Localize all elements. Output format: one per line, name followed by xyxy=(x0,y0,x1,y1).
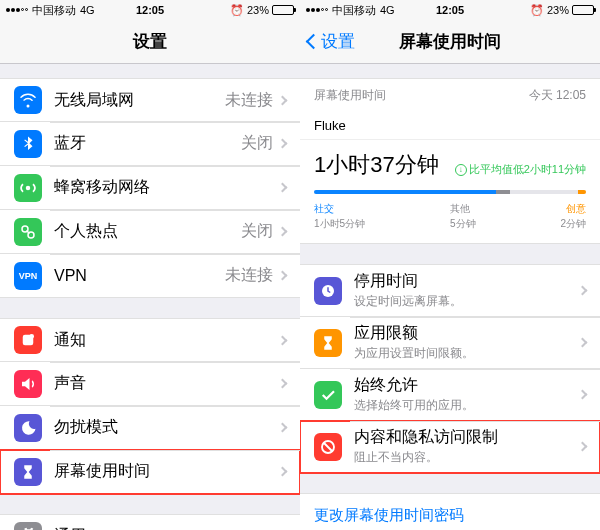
notifications-icon xyxy=(14,326,42,354)
row-vpn[interactable]: VPN VPN 未连接 xyxy=(0,254,300,298)
network-label: 4G xyxy=(80,4,95,16)
row-wifi[interactable]: 无线局域网 未连接 xyxy=(0,78,300,122)
usage-bar xyxy=(314,190,586,194)
screen-time-content[interactable]: 屏幕使用时间 今天 12:05 Fluke 1小时37分钟 ↓ 比平均值低2小时… xyxy=(300,64,600,530)
carrier-label: 中国移动 xyxy=(332,3,376,18)
status-bar: 中国移动 4G 12:05 ⏰ 23% xyxy=(300,0,600,20)
row-label: VPN xyxy=(54,267,225,285)
chevron-right-icon xyxy=(578,338,588,348)
row-label: 蜂窝移动网络 xyxy=(54,177,279,198)
row-cellular[interactable]: 蜂窝移动网络 xyxy=(0,166,300,210)
compare-text: 比平均值低2小时11分钟 xyxy=(469,162,586,177)
row-value: 关闭 xyxy=(241,221,273,242)
chevron-right-icon xyxy=(278,271,288,281)
hotspot-icon xyxy=(14,218,42,246)
status-time: 12:05 xyxy=(136,4,164,16)
battery-percent: 23% xyxy=(247,4,269,16)
device-name[interactable]: Fluke xyxy=(300,112,600,140)
row-label: 始终允许 xyxy=(354,375,579,396)
chevron-right-icon xyxy=(278,467,288,477)
usage-header: 屏幕使用时间 今天 12:05 xyxy=(300,78,600,112)
row-label: 勿扰模式 xyxy=(54,417,279,438)
row-subtitle: 为应用设置时间限额。 xyxy=(354,345,579,362)
row-label: 通用 xyxy=(54,526,279,531)
chevron-right-icon xyxy=(278,139,288,149)
screen-time-screen: 中国移动 4G 12:05 ⏰ 23% 设置 屏幕使用时间 屏幕使用时间 今天 … xyxy=(300,0,600,530)
row-subtitle: 阻止不当内容。 xyxy=(354,449,579,466)
moon-icon xyxy=(14,414,42,442)
row-sounds[interactable]: 声音 xyxy=(0,362,300,406)
row-label: 无线局域网 xyxy=(54,90,225,111)
svg-point-3 xyxy=(30,334,35,339)
back-label: 设置 xyxy=(321,30,355,53)
bar-seg-2 xyxy=(578,190,586,194)
row-always-allowed[interactable]: 始终允许 选择始终可用的应用。 xyxy=(300,369,600,421)
sounds-icon xyxy=(14,370,42,398)
row-hotspot[interactable]: 个人热点 关闭 xyxy=(0,210,300,254)
category-breakdown: 社交 1小时5分钟 其他 5分钟 创意 2分钟 xyxy=(314,202,586,231)
nav-bar: 设置 屏幕使用时间 xyxy=(300,20,600,64)
restrictions-icon xyxy=(314,433,342,461)
cat-1: 其他 5分钟 xyxy=(450,202,476,231)
bar-seg-spacer xyxy=(510,190,578,194)
vpn-icon: VPN xyxy=(14,262,42,290)
status-bar: 中国移动 4G 12:05 ⏰ 23% xyxy=(0,0,300,20)
chevron-right-icon xyxy=(578,442,588,452)
chevron-right-icon xyxy=(278,379,288,389)
carrier-label: 中国移动 xyxy=(32,3,76,18)
downtime-icon xyxy=(314,277,342,305)
battery-icon xyxy=(272,5,294,15)
chevron-right-icon xyxy=(578,286,588,296)
wifi-icon xyxy=(14,86,42,114)
row-label: 内容和隐私访问限制 xyxy=(354,427,579,448)
battery-icon xyxy=(572,5,594,15)
row-value: 未连接 xyxy=(225,90,273,111)
cat-0: 社交 1小时5分钟 xyxy=(314,202,365,231)
bluetooth-icon xyxy=(14,130,42,158)
row-label: 蓝牙 xyxy=(54,133,241,154)
row-value: 未连接 xyxy=(225,265,273,286)
hourglass-icon xyxy=(314,329,342,357)
usage-summary[interactable]: 1小时37分钟 ↓ 比平均值低2小时11分钟 社交 1小时5分钟 xyxy=(300,140,600,244)
check-icon xyxy=(314,381,342,409)
row-label: 通知 xyxy=(54,330,279,351)
chevron-right-icon xyxy=(278,227,288,237)
chevron-right-icon xyxy=(278,423,288,433)
chevron-left-icon xyxy=(306,34,322,50)
row-label: 停用时间 xyxy=(354,271,579,292)
bar-seg-1 xyxy=(496,190,510,194)
total-time: 1小时37分钟 xyxy=(314,150,439,180)
row-general[interactable]: 通用 xyxy=(0,514,300,530)
row-notifications[interactable]: 通知 xyxy=(0,318,300,362)
row-label: 个人热点 xyxy=(54,221,241,242)
status-time: 12:05 xyxy=(436,4,464,16)
alarm-icon: ⏰ xyxy=(530,4,544,17)
back-button[interactable]: 设置 xyxy=(308,30,355,53)
signal-icon xyxy=(6,8,28,12)
row-dnd[interactable]: 勿扰模式 xyxy=(0,406,300,450)
gear-icon xyxy=(14,522,42,530)
row-subtitle: 设定时间远离屏幕。 xyxy=(354,293,579,310)
row-value: 关闭 xyxy=(241,133,273,154)
row-bluetooth[interactable]: 蓝牙 关闭 xyxy=(0,122,300,166)
chevron-right-icon xyxy=(278,335,288,345)
row-screen-time[interactable]: 屏幕使用时间 xyxy=(0,450,300,494)
alarm-icon: ⏰ xyxy=(230,4,244,17)
cat-2: 创意 2分钟 xyxy=(560,202,586,231)
battery-percent: 23% xyxy=(547,4,569,16)
row-label: 屏幕使用时间 xyxy=(54,461,279,482)
row-subtitle: 选择始终可用的应用。 xyxy=(354,397,579,414)
settings-list[interactable]: 无线局域网 未连接 蓝牙 关闭 蜂窝移动网络 个人热点 关闭 xyxy=(0,64,300,530)
row-content-privacy[interactable]: 内容和隐私访问限制 阻止不当内容。 xyxy=(300,421,600,473)
change-passcode-link[interactable]: 更改屏幕使用时间密码 xyxy=(300,493,600,530)
compare-badge: ↓ 比平均值低2小时11分钟 xyxy=(455,162,586,177)
usage-header-time: 今天 12:05 xyxy=(529,87,586,104)
row-downtime[interactable]: 停用时间 设定时间远离屏幕。 xyxy=(300,264,600,317)
chevron-right-icon xyxy=(278,183,288,193)
page-title: 屏幕使用时间 xyxy=(399,30,501,53)
network-label: 4G xyxy=(380,4,395,16)
down-arrow-icon: ↓ xyxy=(455,164,467,176)
chevron-right-icon xyxy=(578,390,588,400)
row-label: 声音 xyxy=(54,373,279,394)
row-app-limits[interactable]: 应用限额 为应用设置时间限额。 xyxy=(300,317,600,369)
